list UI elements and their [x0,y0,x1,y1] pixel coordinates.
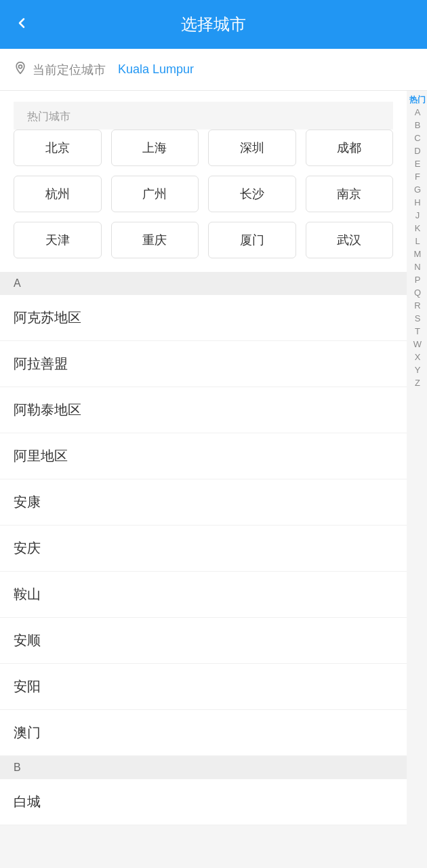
alpha-q[interactable]: Q [408,286,427,299]
content-wrapper: 热门城市 北京 上海 深圳 成都 杭州 广州 长沙 南京 天津 重庆 厦门 武汉… [0,91,427,825]
location-icon [14,61,27,78]
hot-city-xiamen[interactable]: 厦门 [208,222,296,258]
hot-city-changsha[interactable]: 长沙 [208,176,296,212]
city-ankang[interactable]: 安康 [0,479,407,526]
city-aomen[interactable]: 澳门 [0,710,407,756]
alpha-f[interactable]: F [408,170,427,183]
hot-city-beijing[interactable]: 北京 [14,130,102,166]
alpha-l[interactable]: L [408,235,427,248]
city-aletai[interactable]: 阿勒泰地区 [0,387,407,433]
hot-city-tianjin[interactable]: 天津 [14,222,102,258]
alpha-c[interactable]: C [408,132,427,144]
city-anshun[interactable]: 安顺 [0,618,407,664]
hot-cities-section: 热门城市 北京 上海 深圳 成都 杭州 广州 长沙 南京 天津 重庆 厦门 武汉 [0,91,407,272]
hot-city-shenzhen[interactable]: 深圳 [208,130,296,166]
hot-city-wuhan[interactable]: 武汉 [306,222,394,258]
alpha-h[interactable]: H [408,196,427,209]
alpha-d[interactable]: D [408,144,427,157]
city-anqing[interactable]: 安庆 [0,526,407,572]
hot-city-chengdu[interactable]: 成都 [306,130,394,166]
alpha-j[interactable]: J [408,209,427,222]
page-title: 选择城市 [181,14,246,35]
alpha-m[interactable]: M [408,248,427,260]
city-aksu[interactable]: 阿克苏地区 [0,295,407,341]
back-button[interactable] [14,15,30,35]
alpha-hot[interactable]: 热门 [408,94,427,106]
svg-point-0 [19,65,22,68]
city-baicheng[interactable]: 白城 [0,779,407,825]
alphabet-sidebar: 热门 A B C D E F G H J K L M N P Q R S T W… [408,91,427,392]
location-bar: 当前定位城市 Kuala Lumpur [0,49,427,91]
alpha-w[interactable]: W [408,338,427,351]
hot-city-hangzhou[interactable]: 杭州 [14,176,102,212]
city-ali[interactable]: 阿里地区 [0,433,407,479]
city-anyang[interactable]: 安阳 [0,664,407,710]
alpha-k[interactable]: K [408,222,427,235]
city-alxa[interactable]: 阿拉善盟 [0,341,407,387]
alpha-a[interactable]: A [408,106,427,119]
alpha-x[interactable]: X [408,351,427,363]
alpha-z[interactable]: Z [408,376,427,389]
alpha-n[interactable]: N [408,260,427,273]
hot-cities-grid: 北京 上海 深圳 成都 杭州 广州 长沙 南京 天津 重庆 厦门 武汉 [14,130,393,258]
hot-city-nanjing[interactable]: 南京 [306,176,394,212]
hot-city-guangzhou[interactable]: 广州 [111,176,199,212]
hot-city-chongqing[interactable]: 重庆 [111,222,199,258]
alpha-p[interactable]: P [408,273,427,286]
hot-city-shanghai[interactable]: 上海 [111,130,199,166]
alpha-g[interactable]: G [408,183,427,196]
city-anshan[interactable]: 鞍山 [0,572,407,618]
alpha-r[interactable]: R [408,299,427,312]
group-header-b: B [0,756,407,779]
alpha-s[interactable]: S [408,312,427,325]
alpha-b[interactable]: B [408,119,427,132]
alpha-e[interactable]: E [408,157,427,170]
alpha-t[interactable]: T [408,325,427,338]
header: 选择城市 [0,0,427,49]
city-list: 热门城市 北京 上海 深圳 成都 杭州 广州 长沙 南京 天津 重庆 厦门 武汉… [0,91,427,825]
hot-section-header: 热门城市 [14,102,393,130]
group-header-a: A [0,272,407,295]
alpha-y[interactable]: Y [408,363,427,376]
location-label: 当前定位城市 [33,62,106,78]
current-city[interactable]: Kuala Lumpur [118,62,194,77]
